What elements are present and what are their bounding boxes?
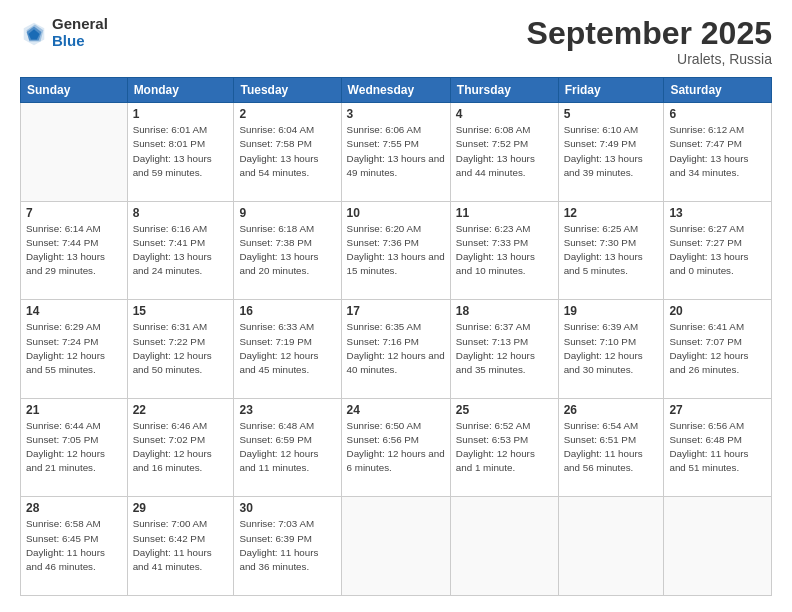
table-row: 30 Sunrise: 7:03 AMSunset: 6:39 PMDaylig… bbox=[234, 497, 341, 596]
calendar-week-row: 14 Sunrise: 6:29 AMSunset: 7:24 PMDaylig… bbox=[21, 300, 772, 399]
calendar-week-row: 1 Sunrise: 6:01 AMSunset: 8:01 PMDayligh… bbox=[21, 103, 772, 202]
col-friday: Friday bbox=[558, 78, 664, 103]
day-number: 30 bbox=[239, 501, 335, 515]
calendar-week-row: 7 Sunrise: 6:14 AMSunset: 7:44 PMDayligh… bbox=[21, 201, 772, 300]
day-number: 11 bbox=[456, 206, 553, 220]
day-info: Sunrise: 6:41 AMSunset: 7:07 PMDaylight:… bbox=[669, 321, 748, 375]
day-number: 3 bbox=[347, 107, 445, 121]
table-row: 25 Sunrise: 6:52 AMSunset: 6:53 PMDaylig… bbox=[450, 398, 558, 497]
day-info: Sunrise: 6:01 AMSunset: 8:01 PMDaylight:… bbox=[133, 124, 212, 178]
day-number: 29 bbox=[133, 501, 229, 515]
table-row: 10 Sunrise: 6:20 AMSunset: 7:36 PMDaylig… bbox=[341, 201, 450, 300]
day-info: Sunrise: 6:48 AMSunset: 6:59 PMDaylight:… bbox=[239, 420, 318, 474]
day-number: 15 bbox=[133, 304, 229, 318]
table-row: 11 Sunrise: 6:23 AMSunset: 7:33 PMDaylig… bbox=[450, 201, 558, 300]
table-row: 23 Sunrise: 6:48 AMSunset: 6:59 PMDaylig… bbox=[234, 398, 341, 497]
table-row: 20 Sunrise: 6:41 AMSunset: 7:07 PMDaylig… bbox=[664, 300, 772, 399]
day-number: 12 bbox=[564, 206, 659, 220]
logo-blue-text: Blue bbox=[52, 33, 108, 50]
table-row: 4 Sunrise: 6:08 AMSunset: 7:52 PMDayligh… bbox=[450, 103, 558, 202]
table-row: 22 Sunrise: 6:46 AMSunset: 7:02 PMDaylig… bbox=[127, 398, 234, 497]
logo-text: General Blue bbox=[52, 16, 108, 49]
table-row: 12 Sunrise: 6:25 AMSunset: 7:30 PMDaylig… bbox=[558, 201, 664, 300]
day-info: Sunrise: 6:29 AMSunset: 7:24 PMDaylight:… bbox=[26, 321, 105, 375]
day-info: Sunrise: 6:14 AMSunset: 7:44 PMDaylight:… bbox=[26, 223, 105, 277]
day-info: Sunrise: 6:23 AMSunset: 7:33 PMDaylight:… bbox=[456, 223, 535, 277]
day-info: Sunrise: 6:10 AMSunset: 7:49 PMDaylight:… bbox=[564, 124, 643, 178]
day-number: 7 bbox=[26, 206, 122, 220]
table-row: 6 Sunrise: 6:12 AMSunset: 7:47 PMDayligh… bbox=[664, 103, 772, 202]
day-number: 2 bbox=[239, 107, 335, 121]
day-number: 27 bbox=[669, 403, 766, 417]
day-number: 1 bbox=[133, 107, 229, 121]
day-number: 22 bbox=[133, 403, 229, 417]
day-number: 18 bbox=[456, 304, 553, 318]
day-info: Sunrise: 6:08 AMSunset: 7:52 PMDaylight:… bbox=[456, 124, 535, 178]
table-row: 28 Sunrise: 6:58 AMSunset: 6:45 PMDaylig… bbox=[21, 497, 128, 596]
table-row bbox=[341, 497, 450, 596]
main-title: September 2025 bbox=[527, 16, 772, 51]
table-row: 19 Sunrise: 6:39 AMSunset: 7:10 PMDaylig… bbox=[558, 300, 664, 399]
day-number: 28 bbox=[26, 501, 122, 515]
header: General Blue September 2025 Uralets, Rus… bbox=[20, 16, 772, 67]
table-row bbox=[450, 497, 558, 596]
calendar-week-row: 28 Sunrise: 6:58 AMSunset: 6:45 PMDaylig… bbox=[21, 497, 772, 596]
day-info: Sunrise: 7:03 AMSunset: 6:39 PMDaylight:… bbox=[239, 518, 318, 572]
day-number: 21 bbox=[26, 403, 122, 417]
day-info: Sunrise: 7:00 AMSunset: 6:42 PMDaylight:… bbox=[133, 518, 212, 572]
table-row: 17 Sunrise: 6:35 AMSunset: 7:16 PMDaylig… bbox=[341, 300, 450, 399]
table-row: 29 Sunrise: 7:00 AMSunset: 6:42 PMDaylig… bbox=[127, 497, 234, 596]
day-number: 6 bbox=[669, 107, 766, 121]
day-number: 25 bbox=[456, 403, 553, 417]
day-info: Sunrise: 6:06 AMSunset: 7:55 PMDaylight:… bbox=[347, 124, 445, 178]
table-row: 27 Sunrise: 6:56 AMSunset: 6:48 PMDaylig… bbox=[664, 398, 772, 497]
logo-icon bbox=[20, 19, 48, 47]
day-info: Sunrise: 6:27 AMSunset: 7:27 PMDaylight:… bbox=[669, 223, 748, 277]
day-info: Sunrise: 6:44 AMSunset: 7:05 PMDaylight:… bbox=[26, 420, 105, 474]
day-info: Sunrise: 6:54 AMSunset: 6:51 PMDaylight:… bbox=[564, 420, 643, 474]
day-info: Sunrise: 6:16 AMSunset: 7:41 PMDaylight:… bbox=[133, 223, 212, 277]
day-number: 9 bbox=[239, 206, 335, 220]
table-row: 8 Sunrise: 6:16 AMSunset: 7:41 PMDayligh… bbox=[127, 201, 234, 300]
table-row: 15 Sunrise: 6:31 AMSunset: 7:22 PMDaylig… bbox=[127, 300, 234, 399]
table-row: 9 Sunrise: 6:18 AMSunset: 7:38 PMDayligh… bbox=[234, 201, 341, 300]
table-row: 16 Sunrise: 6:33 AMSunset: 7:19 PMDaylig… bbox=[234, 300, 341, 399]
page: General Blue September 2025 Uralets, Rus… bbox=[0, 0, 792, 612]
day-info: Sunrise: 6:35 AMSunset: 7:16 PMDaylight:… bbox=[347, 321, 445, 375]
calendar-header-row: Sunday Monday Tuesday Wednesday Thursday… bbox=[21, 78, 772, 103]
day-info: Sunrise: 6:52 AMSunset: 6:53 PMDaylight:… bbox=[456, 420, 535, 474]
day-number: 26 bbox=[564, 403, 659, 417]
table-row: 2 Sunrise: 6:04 AMSunset: 7:58 PMDayligh… bbox=[234, 103, 341, 202]
table-row: 3 Sunrise: 6:06 AMSunset: 7:55 PMDayligh… bbox=[341, 103, 450, 202]
logo: General Blue bbox=[20, 16, 108, 49]
day-number: 24 bbox=[347, 403, 445, 417]
col-monday: Monday bbox=[127, 78, 234, 103]
col-tuesday: Tuesday bbox=[234, 78, 341, 103]
day-number: 4 bbox=[456, 107, 553, 121]
day-number: 14 bbox=[26, 304, 122, 318]
table-row: 21 Sunrise: 6:44 AMSunset: 7:05 PMDaylig… bbox=[21, 398, 128, 497]
day-info: Sunrise: 6:50 AMSunset: 6:56 PMDaylight:… bbox=[347, 420, 445, 474]
logo-general-text: General bbox=[52, 16, 108, 33]
day-number: 17 bbox=[347, 304, 445, 318]
day-info: Sunrise: 6:33 AMSunset: 7:19 PMDaylight:… bbox=[239, 321, 318, 375]
subtitle: Uralets, Russia bbox=[527, 51, 772, 67]
day-number: 10 bbox=[347, 206, 445, 220]
day-number: 20 bbox=[669, 304, 766, 318]
day-info: Sunrise: 6:20 AMSunset: 7:36 PMDaylight:… bbox=[347, 223, 445, 277]
table-row bbox=[558, 497, 664, 596]
day-info: Sunrise: 6:39 AMSunset: 7:10 PMDaylight:… bbox=[564, 321, 643, 375]
col-thursday: Thursday bbox=[450, 78, 558, 103]
table-row: 26 Sunrise: 6:54 AMSunset: 6:51 PMDaylig… bbox=[558, 398, 664, 497]
table-row: 13 Sunrise: 6:27 AMSunset: 7:27 PMDaylig… bbox=[664, 201, 772, 300]
table-row: 7 Sunrise: 6:14 AMSunset: 7:44 PMDayligh… bbox=[21, 201, 128, 300]
title-block: September 2025 Uralets, Russia bbox=[527, 16, 772, 67]
day-info: Sunrise: 6:04 AMSunset: 7:58 PMDaylight:… bbox=[239, 124, 318, 178]
table-row bbox=[21, 103, 128, 202]
day-info: Sunrise: 6:46 AMSunset: 7:02 PMDaylight:… bbox=[133, 420, 212, 474]
table-row: 5 Sunrise: 6:10 AMSunset: 7:49 PMDayligh… bbox=[558, 103, 664, 202]
calendar-week-row: 21 Sunrise: 6:44 AMSunset: 7:05 PMDaylig… bbox=[21, 398, 772, 497]
table-row bbox=[664, 497, 772, 596]
day-number: 8 bbox=[133, 206, 229, 220]
table-row: 18 Sunrise: 6:37 AMSunset: 7:13 PMDaylig… bbox=[450, 300, 558, 399]
